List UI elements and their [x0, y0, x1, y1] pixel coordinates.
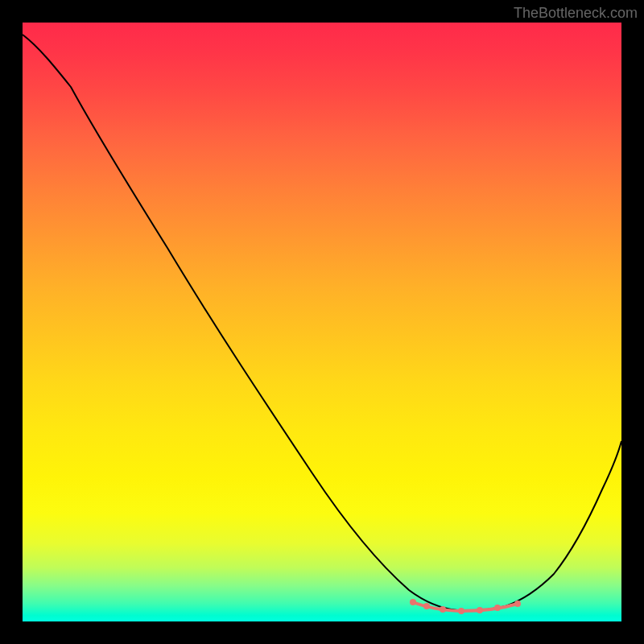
marker-dot: [458, 608, 464, 614]
chart-svg: [23, 23, 621, 621]
marker-dot-right: [514, 601, 521, 607]
chart-area: [23, 23, 621, 621]
marker-dot: [423, 603, 430, 609]
marker-dot: [440, 606, 446, 613]
bottleneck-curve-line: [23, 35, 621, 610]
marker-dot: [477, 607, 483, 613]
marker-dot-left: [410, 599, 416, 605]
watermark-text: TheBottleneck.com: [514, 5, 638, 22]
marker-dot: [494, 605, 501, 611]
